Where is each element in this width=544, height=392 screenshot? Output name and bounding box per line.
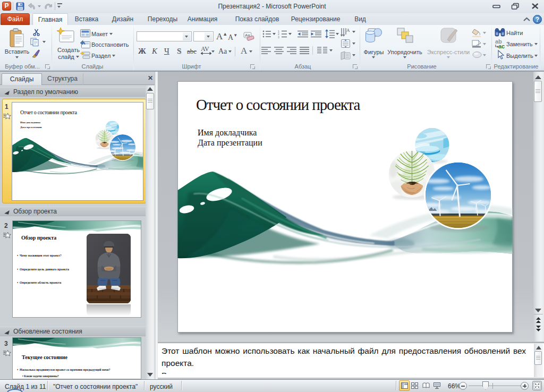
svg-text:3: 3: [278, 36, 279, 39]
svg-text:A: A: [346, 28, 350, 33]
svg-text:ac: ac: [498, 43, 505, 49]
